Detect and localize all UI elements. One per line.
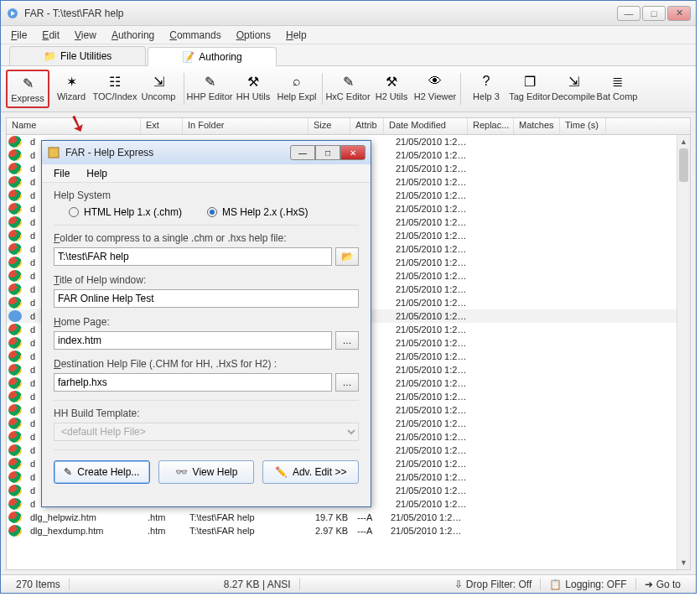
dialog-menu-help[interactable]: Help xyxy=(78,166,116,181)
tool-icon: ? xyxy=(478,73,495,90)
menu-view[interactable]: View xyxy=(68,28,103,43)
tool-h2-viewer[interactable]: 👁H2 Viewer xyxy=(413,70,457,108)
radio-html-help-1[interactable]: HTML Help 1.x (.chm) xyxy=(69,206,182,218)
status-goto[interactable]: ➜ Go to xyxy=(636,579,689,590)
tool-bat-comp[interactable]: ≣Bat Comp xyxy=(595,70,639,108)
column-header[interactable]: Attrib xyxy=(350,118,384,134)
scrollbar[interactable]: ▲ ▼ xyxy=(677,135,690,569)
window-controls: — □ ✕ xyxy=(617,6,691,21)
cell-date: 21/05/2010 1:2… xyxy=(391,392,474,402)
create-help-button[interactable]: ✎ Create Help... xyxy=(54,460,150,484)
tool-label: HxC Editor xyxy=(325,91,370,101)
title-input[interactable] xyxy=(54,289,359,308)
help-system-label: Help System xyxy=(54,189,359,201)
column-header[interactable]: Time (s) xyxy=(560,118,606,134)
window-title: FAR - T:\test\FAR help xyxy=(24,8,617,19)
menu-authoring[interactable]: Authoring xyxy=(105,28,161,43)
browse-folder-button[interactable]: 📂 xyxy=(335,247,359,266)
statusbar: 270 Items 8.27 KB | ANSI ⇩ Drop Filter: … xyxy=(1,574,696,593)
cell-date: 21/05/2010 1:2… xyxy=(391,231,474,241)
folder-input[interactable] xyxy=(54,247,332,266)
file-icon xyxy=(8,350,22,362)
cell-folder: T:\test\FAR help xyxy=(184,526,310,536)
tool-icon: ⚒ xyxy=(245,73,262,90)
menu-edit[interactable]: Edit xyxy=(35,28,66,43)
template-select: <default Help File> xyxy=(54,423,359,441)
wand-icon: ✎ xyxy=(64,466,72,478)
dialog-minimize-button[interactable]: — xyxy=(290,145,315,160)
tool-express[interactable]: ✎Express xyxy=(6,70,49,108)
file-icon xyxy=(8,189,22,201)
dest-label: Destination Help File (.CHM for HH, .HxS… xyxy=(54,358,359,370)
column-header[interactable]: Matches xyxy=(514,118,560,134)
browse-home-button[interactable]: … xyxy=(335,331,359,350)
file-icon xyxy=(8,377,22,389)
tool-help-expl[interactable]: ⌕Help Expl xyxy=(275,70,319,108)
folder-icon: 📁 xyxy=(44,50,55,62)
tabstrip: 📁 File Utilities 📝 Authoring xyxy=(1,44,696,66)
dialog-menu-file[interactable]: File xyxy=(45,166,78,181)
cell-date: 21/05/2010 1:2… xyxy=(391,338,474,348)
radio-ms-help-2[interactable]: MS Help 2.x (.HxS) xyxy=(207,206,309,218)
scroll-up-icon[interactable]: ▲ xyxy=(677,135,690,148)
column-header[interactable]: In Folder xyxy=(183,118,309,134)
tool-hh-utils[interactable]: ⚒HH Utils xyxy=(231,70,275,108)
dialog-maximize-button[interactable]: □ xyxy=(315,145,340,160)
tool-help-3[interactable]: ?Help 3 xyxy=(464,70,508,108)
folder-label: Folder to compress to a single .chm or .… xyxy=(54,232,359,244)
cell-date: 21/05/2010 1:2… xyxy=(391,324,474,335)
tool-decompile[interactable]: ⇲Decompile xyxy=(552,70,595,108)
cell-date: 21/05/2010 1:2… xyxy=(391,351,474,361)
tool-h2-utils[interactable]: ⚒H2 Utils xyxy=(370,70,413,108)
file-icon xyxy=(8,203,22,215)
menu-file[interactable]: File xyxy=(4,28,34,43)
menu-options[interactable]: Options xyxy=(230,28,277,43)
close-button[interactable]: ✕ xyxy=(667,6,691,21)
goto-icon: ➜ xyxy=(645,579,653,590)
dialog-close-button[interactable]: ✕ xyxy=(340,145,366,160)
tab-authoring[interactable]: 📝 Authoring xyxy=(148,47,276,66)
table-row[interactable]: dlg_hexdump.htm.htmT:\test\FAR help2.97 … xyxy=(7,524,690,537)
column-header[interactable]: Ext xyxy=(141,118,183,134)
tool-label: HH Utils xyxy=(236,91,270,101)
minimize-button[interactable]: — xyxy=(617,6,640,21)
dest-input[interactable] xyxy=(54,373,332,392)
file-icon xyxy=(8,364,22,376)
tool-wizard[interactable]: ✶Wizard xyxy=(49,70,93,108)
menu-help[interactable]: Help xyxy=(279,28,314,43)
column-header[interactable]: Replac... xyxy=(468,118,514,134)
file-icon xyxy=(8,136,22,148)
scroll-down-icon[interactable]: ▼ xyxy=(677,556,690,569)
browse-dest-button[interactable]: … xyxy=(335,373,359,392)
cell-date: 21/05/2010 1:2… xyxy=(391,164,474,174)
column-header[interactable]: Date Modified xyxy=(384,118,468,134)
tool-toc-index[interactable]: ☷TOC/Index xyxy=(93,70,137,108)
cell-attr: ---A xyxy=(352,512,386,522)
cell-date: 21/05/2010 1:2… xyxy=(391,311,474,321)
tool-hhp-editor[interactable]: ✎HHP Editor xyxy=(188,70,231,108)
cell-date: 21/05/2010 1:2… xyxy=(391,459,474,469)
tab-file-utilities[interactable]: 📁 File Utilities xyxy=(9,46,146,65)
tool-label: Express xyxy=(11,93,44,103)
adv-edit-button[interactable]: ✏️ Adv. Edit >> xyxy=(262,460,359,484)
view-help-button[interactable]: 👓 View Help xyxy=(158,460,255,484)
menu-commands[interactable]: Commands xyxy=(163,28,227,43)
table-row[interactable]: dlg_helpwiz.htm.htmT:\test\FAR help19.7 … xyxy=(7,511,690,524)
status-drop-filter[interactable]: ⇩ Drop Filter: Off xyxy=(446,579,541,590)
tool-tag-editor[interactable]: ❐Tag Editor xyxy=(508,70,552,108)
tool-hxc-editor[interactable]: ✎HxC Editor xyxy=(326,70,370,108)
tool-uncomp[interactable]: ⇲Uncomp xyxy=(137,70,180,108)
menubar: File Edit View Authoring Commands Option… xyxy=(1,26,696,44)
column-header[interactable]: Name xyxy=(7,118,141,134)
cell-date: 21/05/2010 1:2… xyxy=(391,365,474,375)
cell-date: 21/05/2010 1:2… xyxy=(386,512,469,522)
home-input[interactable] xyxy=(54,331,332,350)
file-icon xyxy=(8,418,22,429)
scroll-thumb[interactable] xyxy=(679,148,688,182)
tool-icon: ⌕ xyxy=(288,73,305,90)
status-logging[interactable]: 📋 Logging: OFF xyxy=(541,579,635,590)
maximize-button[interactable]: □ xyxy=(642,6,666,21)
cell-ext: .htm xyxy=(143,512,184,522)
column-header[interactable]: Size xyxy=(309,118,350,134)
tool-icon: ⇲ xyxy=(150,73,167,90)
